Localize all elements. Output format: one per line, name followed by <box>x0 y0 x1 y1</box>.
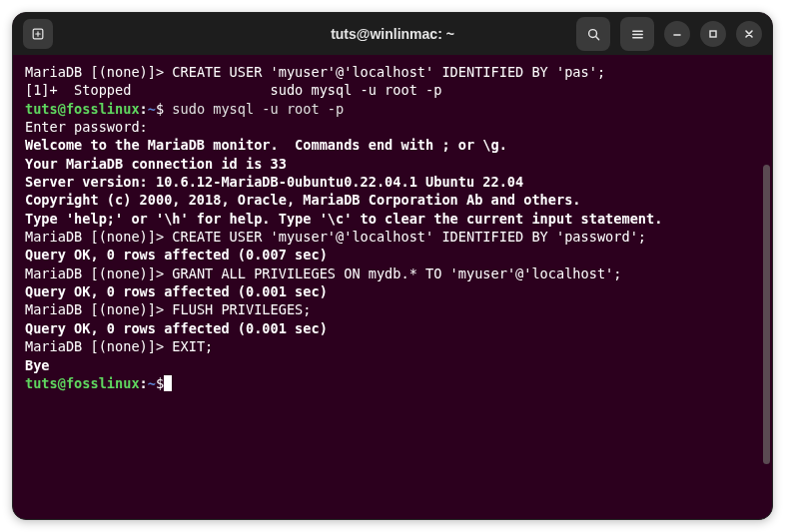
close-icon <box>743 28 755 40</box>
terminal-body[interactable]: MariaDB [(none)]> CREATE USER 'myuser'@'… <box>13 55 772 519</box>
terminal-line: MariaDB [(none)]> CREATE USER 'myuser'@'… <box>25 228 760 246</box>
search-button[interactable] <box>576 17 610 51</box>
menu-button[interactable] <box>620 17 654 51</box>
terminal-line: tuts@fosslinux:~$ sudo mysql -u root -p <box>25 100 760 118</box>
mariadb-prompt: MariaDB [(none)]> <box>25 266 172 281</box>
terminal-window: tuts@winlinmac: ~ MariaDB [(none)]> CREA… <box>12 12 773 520</box>
sql-command: CREATE USER 'myuser'@'localhost' IDENTIF… <box>172 229 646 245</box>
titlebar-left <box>23 19 53 49</box>
prompt-path: ~ <box>148 101 156 117</box>
prompt-user: tuts@fosslinux <box>25 375 140 391</box>
terminal-line: Query OK, 0 rows affected (0.001 sec) <box>25 282 760 300</box>
minimize-button[interactable] <box>664 21 690 47</box>
titlebar-right <box>576 17 762 51</box>
sql-command: CREATE USER 'myuser'@'localhost' IDENTIF… <box>172 64 605 80</box>
maximize-icon <box>707 28 719 40</box>
terminal-line: Type 'help;' or '\h' for help. Type '\c'… <box>25 210 760 228</box>
new-tab-button[interactable] <box>23 19 53 49</box>
terminal-line: MariaDB [(none)]> EXIT; <box>25 337 760 355</box>
mariadb-prompt: MariaDB [(none)]> <box>25 229 172 245</box>
terminal-line: Welcome to the MariaDB monitor. Commands… <box>25 136 760 154</box>
terminal-line: Enter password: <box>25 118 760 136</box>
prompt-sep: : <box>140 101 148 117</box>
prompt-path: ~ <box>148 375 156 391</box>
terminal-line: MariaDB [(none)]> FLUSH PRIVILEGES; <box>25 300 760 318</box>
terminal-line: [1]+ Stopped sudo mysql -u root -p <box>25 81 760 99</box>
prompt-sep: : <box>140 375 148 391</box>
scrollbar[interactable] <box>763 165 770 464</box>
terminal-line: Server version: 10.6.12-MariaDB-0ubuntu0… <box>25 173 760 191</box>
prompt-symbol: $ <box>156 101 164 117</box>
terminal-line: MariaDB [(none)]> CREATE USER 'myuser'@'… <box>25 63 760 81</box>
hamburger-icon <box>630 27 645 42</box>
terminal-line: Query OK, 0 rows affected (0.001 sec) <box>25 319 760 337</box>
terminal-line: tuts@fosslinux:~$ <box>25 374 760 392</box>
maximize-button[interactable] <box>700 21 726 47</box>
mariadb-prompt: MariaDB [(none)]> <box>25 338 172 354</box>
prompt-symbol: $ <box>156 375 164 391</box>
terminal-line: Bye <box>25 356 760 374</box>
minimize-icon <box>671 28 683 40</box>
search-icon <box>586 27 601 42</box>
close-button[interactable] <box>736 21 762 47</box>
terminal-line: Query OK, 0 rows affected (0.007 sec) <box>25 246 760 264</box>
mariadb-prompt: MariaDB [(none)]> <box>25 301 172 317</box>
svg-rect-2 <box>710 31 716 37</box>
sql-command: GRANT ALL PRIVILEGES ON mydb.* TO 'myuse… <box>172 266 621 281</box>
titlebar: tuts@winlinmac: ~ <box>13 13 772 55</box>
mariadb-prompt: MariaDB [(none)]> <box>25 64 172 80</box>
sql-command: FLUSH PRIVILEGES; <box>172 301 311 317</box>
prompt-user: tuts@fosslinux <box>25 101 140 117</box>
sql-command: EXIT; <box>172 338 213 354</box>
terminal-line: Copyright (c) 2000, 2018, Oracle, MariaD… <box>25 191 760 209</box>
shell-command: sudo mysql -u root -p <box>164 101 344 117</box>
terminal-line: Your MariaDB connection id is 33 <box>25 155 760 173</box>
terminal-line: MariaDB [(none)]> GRANT ALL PRIVILEGES O… <box>25 265 760 282</box>
cursor <box>164 375 172 391</box>
window-title: tuts@winlinmac: ~ <box>331 26 454 42</box>
